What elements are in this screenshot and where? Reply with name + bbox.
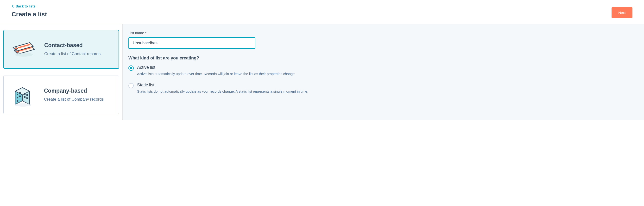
list-name-label: List name *	[128, 31, 638, 35]
header-left: Back to lists Create a list	[12, 4, 47, 18]
company-card-title: Company-based	[44, 88, 104, 94]
contact-card-content: Contact-based Create a list of Contact r…	[44, 42, 100, 57]
company-building-icon	[10, 82, 37, 108]
svg-rect-5	[17, 97, 18, 98]
contact-based-card[interactable]: Contact-based Create a list of Contact r…	[3, 30, 119, 69]
back-to-lists-link[interactable]: Back to lists	[12, 4, 47, 8]
list-name-input[interactable]	[128, 37, 256, 49]
next-button[interactable]: Next	[612, 7, 632, 18]
static-list-description: Static lists do not automatically update…	[137, 89, 308, 94]
content-area: Contact-based Create a list of Contact r…	[0, 24, 644, 120]
contact-card-title: Contact-based	[44, 42, 100, 49]
page-title: Create a list	[12, 11, 47, 18]
list-name-group: List name *	[128, 31, 638, 49]
company-card-content: Company-based Create a list of Company r…	[44, 88, 104, 102]
svg-rect-6	[19, 96, 21, 97]
svg-rect-4	[19, 92, 21, 94]
active-list-content: Active list Active lists automatically u…	[137, 65, 296, 77]
svg-rect-11	[26, 97, 28, 99]
svg-rect-7	[17, 100, 18, 102]
company-based-card[interactable]: Company-based Create a list of Company r…	[3, 76, 119, 114]
svg-rect-10	[24, 96, 26, 98]
svg-rect-8	[24, 93, 26, 95]
active-list-description: Active lists automatically update over t…	[137, 72, 296, 77]
svg-rect-3	[17, 94, 18, 95]
contact-card-description: Create a list of Contact records	[44, 51, 100, 57]
static-list-option: Static list Static lists do not automati…	[128, 83, 638, 94]
back-link-text: Back to lists	[16, 4, 35, 8]
active-list-radio[interactable]	[128, 66, 134, 71]
svg-point-1	[15, 48, 18, 50]
static-list-radio[interactable]	[128, 83, 134, 88]
static-list-content: Static list Static lists do not automati…	[137, 83, 308, 94]
active-list-label[interactable]: Active list	[137, 65, 296, 70]
company-card-description: Create a list of Company records	[44, 97, 104, 102]
page-header: Back to lists Create a list Next	[0, 0, 644, 24]
chevron-left-icon	[12, 5, 14, 8]
static-list-label[interactable]: Static list	[137, 83, 308, 88]
svg-point-12	[15, 103, 32, 107]
contact-list-icon	[10, 36, 37, 63]
form-panel: List name * What kind of list are you cr…	[123, 24, 644, 120]
active-list-option: Active list Active lists automatically u…	[128, 65, 638, 77]
svg-rect-9	[26, 94, 28, 96]
svg-point-2	[15, 53, 33, 57]
list-kind-heading: What kind of list are you creating?	[128, 56, 638, 61]
list-type-panel: Contact-based Create a list of Contact r…	[0, 24, 123, 120]
